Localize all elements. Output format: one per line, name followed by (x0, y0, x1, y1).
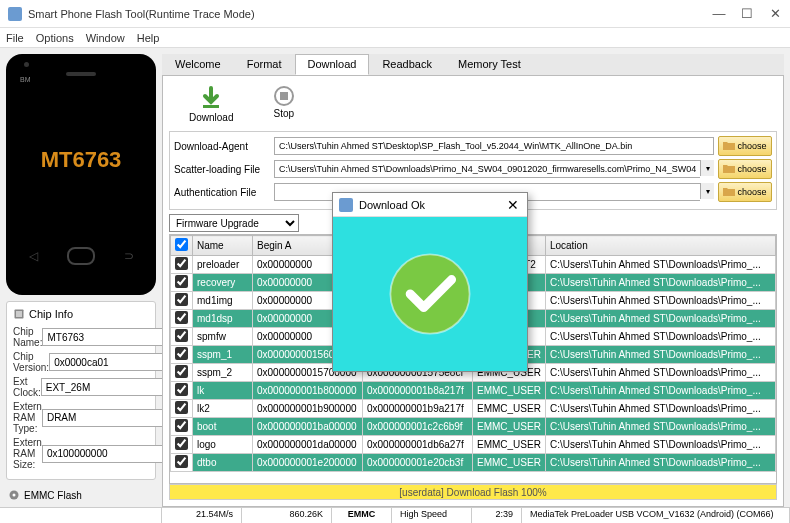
cell-location: C:\Users\Tuhin Ahmed ST\Downloads\Primo_… (545, 328, 775, 346)
close-button[interactable]: ✕ (768, 7, 782, 21)
cell-begin: 0x000000001b900000 (253, 400, 363, 418)
download-ok-dialog: Download Ok ✕ (332, 192, 528, 372)
cell-region: EMMC_USER (473, 382, 546, 400)
scatter-file-field[interactable] (274, 160, 700, 178)
download-button[interactable]: Download (189, 86, 233, 123)
row-checkbox[interactable] (175, 383, 188, 396)
chip-name-field[interactable] (42, 328, 179, 346)
cell-name: lk2 (193, 400, 253, 418)
status-size: 860.26K (242, 508, 332, 523)
row-checkbox[interactable] (175, 365, 188, 378)
ram-size-field[interactable] (42, 445, 179, 463)
cell-location: C:\Users\Tuhin Ahmed ST\Downloads\Primo_… (545, 400, 775, 418)
cell-region: EMMC_USER (473, 418, 546, 436)
cell-location: C:\Users\Tuhin Ahmed ST\Downloads\Primo_… (545, 274, 775, 292)
phone-preview: BM MT6763 ◁ ⊃ (6, 54, 156, 295)
dialog-app-icon (339, 198, 353, 212)
progress-bar: [userdata] Download Flash 100% (169, 484, 777, 500)
cell-location: C:\Users\Tuhin Ahmed ST\Downloads\Primo_… (545, 310, 775, 328)
tab-welcome[interactable]: Welcome (162, 54, 234, 75)
cell-location: C:\Users\Tuhin Ahmed ST\Downloads\Primo_… (545, 418, 775, 436)
cell-name: lk (193, 382, 253, 400)
cell-name: recovery (193, 274, 253, 292)
tab-download[interactable]: Download (295, 54, 370, 75)
phone-home-icon (67, 247, 95, 265)
row-checkbox[interactable] (175, 419, 188, 432)
status-speed: 21.54M/s (162, 508, 242, 523)
menu-options[interactable]: Options (36, 32, 74, 44)
cell-begin: 0x000000001ba00000 (253, 418, 363, 436)
download-agent-field[interactable] (274, 137, 714, 155)
auth-dropdown-arrow[interactable]: ▾ (700, 183, 714, 199)
table-row[interactable]: lk0x000000001b8000000x000000001b8a217fEM… (171, 382, 776, 400)
cell-name: logo (193, 436, 253, 454)
tab-format[interactable]: Format (234, 54, 295, 75)
cell-location: C:\Users\Tuhin Ahmed ST\Downloads\Primo_… (545, 292, 775, 310)
row-checkbox[interactable] (175, 257, 188, 270)
app-icon (8, 7, 22, 21)
table-row[interactable]: logo0x000000001da000000x000000001db6a27f… (171, 436, 776, 454)
table-row[interactable]: dtbo0x000000001e2000000x000000001e20cb3f… (171, 454, 776, 472)
download-arrow-icon (199, 86, 223, 110)
table-row[interactable]: lk20x000000001b9000000x000000001b9a217fE… (171, 400, 776, 418)
svg-rect-4 (203, 105, 219, 108)
row-checkbox[interactable] (175, 275, 188, 288)
minimize-button[interactable]: — (712, 7, 726, 21)
cell-name: spmfw (193, 328, 253, 346)
folder-icon (723, 164, 735, 174)
scatter-dropdown-arrow[interactable]: ▾ (700, 160, 714, 176)
row-checkbox[interactable] (175, 329, 188, 342)
cell-name: sspm_1 (193, 346, 253, 364)
cell-region: EMMC_USER (473, 400, 546, 418)
row-checkbox[interactable] (175, 347, 188, 360)
cell-addr: 0x000000001db6a27f (363, 436, 473, 454)
tab-readback[interactable]: Readback (369, 54, 445, 75)
menu-window[interactable]: Window (86, 32, 125, 44)
ram-type-field[interactable] (42, 409, 179, 427)
success-check-icon (385, 249, 475, 339)
stop-button[interactable]: Stop (273, 86, 294, 123)
maximize-button[interactable]: ☐ (740, 7, 754, 21)
cell-name: md1img (193, 292, 253, 310)
select-all-checkbox[interactable] (175, 238, 188, 251)
status-bar: 21.54M/s 860.26K EMMC High Speed 2:39 Me… (0, 507, 790, 523)
phone-recent-icon: ⊃ (124, 249, 134, 263)
choose-auth-button[interactable]: choose (718, 182, 772, 202)
phone-back-icon: ◁ (29, 249, 38, 263)
dialog-close-button[interactable]: ✕ (505, 197, 521, 213)
row-checkbox[interactable] (175, 455, 188, 468)
cell-location: C:\Users\Tuhin Ahmed ST\Downloads\Primo_… (545, 454, 775, 472)
window-title: Smart Phone Flash Tool(Runtime Trace Mod… (28, 8, 712, 20)
row-checkbox[interactable] (175, 437, 188, 450)
cell-location: C:\Users\Tuhin Ahmed ST\Downloads\Primo_… (545, 436, 775, 454)
tab-memory-test[interactable]: Memory Test (445, 54, 534, 75)
emmc-flash-row[interactable]: EMMC Flash (6, 486, 156, 501)
cell-begin: 0x000000001da00000 (253, 436, 363, 454)
cell-name: preloader (193, 256, 253, 274)
chip-icon (13, 308, 25, 320)
svg-point-3 (13, 494, 16, 497)
cell-addr: 0x000000001b9a217f (363, 400, 473, 418)
ext-clock-field[interactable] (41, 378, 178, 396)
menu-file[interactable]: File (6, 32, 24, 44)
status-time: 2:39 (472, 508, 522, 523)
row-checkbox[interactable] (175, 401, 188, 414)
cell-location: C:\Users\Tuhin Ahmed ST\Downloads\Primo_… (545, 382, 775, 400)
row-checkbox[interactable] (175, 311, 188, 324)
choose-scatter-button[interactable]: choose (718, 159, 772, 179)
menu-help[interactable]: Help (137, 32, 160, 44)
row-checkbox[interactable] (175, 293, 188, 306)
cell-addr: 0x000000001c2c6b9f (363, 418, 473, 436)
choose-agent-button[interactable]: choose (718, 136, 772, 156)
chip-info-panel: Chip Info Chip Name: Chip Version: Ext C… (6, 301, 156, 480)
cell-location: C:\Users\Tuhin Ahmed ST\Downloads\Primo_… (545, 364, 775, 382)
cell-location: C:\Users\Tuhin Ahmed ST\Downloads\Primo_… (545, 346, 775, 364)
cell-begin: 0x000000001e200000 (253, 454, 363, 472)
table-row[interactable]: boot0x000000001ba000000x000000001c2c6b9f… (171, 418, 776, 436)
cell-region: EMMC_USER (473, 454, 546, 472)
svg-rect-1 (16, 311, 22, 317)
cell-region: EMMC_USER (473, 436, 546, 454)
cell-name: dtbo (193, 454, 253, 472)
firmware-mode-select[interactable]: Firmware Upgrade (169, 214, 299, 232)
cell-name: boot (193, 418, 253, 436)
